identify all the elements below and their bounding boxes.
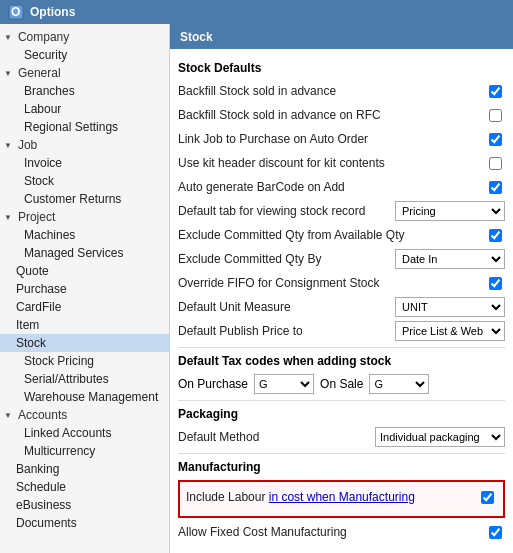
sidebar-item-managed-services[interactable]: Managed Services <box>0 244 169 262</box>
default-tab-dropdown[interactable]: Pricing General Details <box>395 201 505 221</box>
allow-fixed-label: Allow Fixed Cost Manufacturing <box>178 525 485 539</box>
sidebar-item-ebusiness[interactable]: eBusiness <box>0 496 169 514</box>
manufacturing-title: Manufacturing <box>178 460 505 474</box>
include-labour-checkbox-cell <box>477 491 497 504</box>
divider-2 <box>178 400 505 401</box>
default-unit-row: Default Unit Measure UNIT EA KG <box>178 297 505 317</box>
tax-codes-group: On Purchase G E On Sale G E <box>178 374 429 394</box>
exclude-committed-checkbox-cell <box>485 229 505 242</box>
sidebar-item-job-stock[interactable]: Stock <box>0 172 169 190</box>
exclude-committed-by-dropdown[interactable]: Date In Date Out <box>395 249 505 269</box>
default-publish-label: Default Publish Price to <box>178 324 395 338</box>
default-unit-label: Default Unit Measure <box>178 300 395 314</box>
sidebar-item-accounts[interactable]: ▼ Accounts <box>0 406 169 424</box>
kit-header-row: Use kit header discount for kit contents <box>178 153 505 173</box>
auto-barcode-checkbox-cell <box>485 181 505 194</box>
sidebar-item-security[interactable]: Security <box>0 46 169 64</box>
default-tab-row: Default tab for viewing stock record Pri… <box>178 201 505 221</box>
link-job-label: Link Job to Purchase on Auto Order <box>178 132 485 146</box>
sidebar-item-multicurrency[interactable]: Multicurrency <box>0 442 169 460</box>
sidebar-item-quote[interactable]: Quote <box>0 262 169 280</box>
packaging-method-dropdown[interactable]: Individual packaging Bulk packaging <box>375 427 505 447</box>
exclude-committed-checkbox[interactable] <box>489 229 502 242</box>
sidebar: ▼ Company Security ▼ General Branches La… <box>0 24 170 553</box>
auto-barcode-label: Auto generate BarCode on Add <box>178 180 485 194</box>
backfill-sold-label: Backfill Stock sold in advance <box>178 84 485 98</box>
allow-fixed-checkbox-cell <box>485 526 505 539</box>
divider-3 <box>178 453 505 454</box>
on-sale-dropdown[interactable]: G E <box>369 374 429 394</box>
override-fifo-label: Override FIFO for Consignment Stock <box>178 276 485 290</box>
default-unit-dropdown[interactable]: UNIT EA KG <box>395 297 505 317</box>
sidebar-item-customer-returns[interactable]: Customer Returns <box>0 190 169 208</box>
sidebar-item-branches[interactable]: Branches <box>0 82 169 100</box>
override-fifo-checkbox[interactable] <box>489 277 502 290</box>
tax-codes-title: Default Tax codes when adding stock <box>178 354 505 368</box>
backfill-rfc-row: Backfill Stock sold in advance on RFC <box>178 105 505 125</box>
backfill-rfc-label: Backfill Stock sold in advance on RFC <box>178 108 485 122</box>
default-publish-row: Default Publish Price to Price List & We… <box>178 321 505 341</box>
stock-defaults-title: Stock Defaults <box>178 61 505 75</box>
content-header: Stock <box>170 24 513 49</box>
triangle-accounts: ▼ <box>4 411 12 420</box>
on-purchase-label: On Purchase <box>178 377 248 391</box>
auto-barcode-row: Auto generate BarCode on Add <box>178 177 505 197</box>
exclude-committed-row: Exclude Committed Qty from Available Qty <box>178 225 505 245</box>
sidebar-item-schedule[interactable]: Schedule <box>0 478 169 496</box>
link-job-checkbox[interactable] <box>489 133 502 146</box>
backfill-rfc-checkbox[interactable] <box>489 109 502 122</box>
sidebar-item-project[interactable]: ▼ Project <box>0 208 169 226</box>
backfill-rfc-checkbox-cell <box>485 109 505 122</box>
sidebar-item-regional[interactable]: Regional Settings <box>0 118 169 136</box>
content-area: Stock Stock Defaults Backfill Stock sold… <box>170 24 513 553</box>
options-icon: O <box>8 4 24 20</box>
title-bar-text: Options <box>30 5 75 19</box>
packaging-method-row: Default Method Individual packaging Bulk… <box>178 427 505 447</box>
sidebar-item-documents[interactable]: Documents <box>0 514 169 532</box>
sidebar-item-machines[interactable]: Machines <box>0 226 169 244</box>
default-tab-label: Default tab for viewing stock record <box>178 204 395 218</box>
tax-codes-row: On Purchase G E On Sale G E <box>178 374 505 394</box>
auto-barcode-checkbox[interactable] <box>489 181 502 194</box>
sidebar-item-job[interactable]: ▼ Job <box>0 136 169 154</box>
kit-header-checkbox[interactable] <box>489 157 502 170</box>
link-job-checkbox-cell <box>485 133 505 146</box>
backfill-sold-checkbox[interactable] <box>489 85 502 98</box>
triangle-project: ▼ <box>4 213 12 222</box>
backfill-sold-checkbox-cell <box>485 85 505 98</box>
include-labour-row: Include Labour in cost when Manufacturin… <box>186 486 497 508</box>
exclude-committed-by-row: Exclude Committed Qty By Date In Date Ou… <box>178 249 505 269</box>
exclude-committed-label: Exclude Committed Qty from Available Qty <box>178 228 485 242</box>
sidebar-item-item[interactable]: Item <box>0 316 169 334</box>
sidebar-item-linked-accounts[interactable]: Linked Accounts <box>0 424 169 442</box>
sidebar-item-banking[interactable]: Banking <box>0 460 169 478</box>
manufacturing-box: Include Labour in cost when Manufacturin… <box>178 480 505 518</box>
sidebar-item-invoice[interactable]: Invoice <box>0 154 169 172</box>
exclude-committed-by-label: Exclude Committed Qty By <box>178 252 395 266</box>
divider-1 <box>178 347 505 348</box>
allow-fixed-checkbox[interactable] <box>489 526 502 539</box>
include-labour-checkbox[interactable] <box>481 491 494 504</box>
svg-text:O: O <box>11 5 20 19</box>
include-labour-label: Include Labour in cost when Manufacturin… <box>186 490 477 504</box>
sidebar-item-company[interactable]: ▼ Company <box>0 28 169 46</box>
triangle-job: ▼ <box>4 141 12 150</box>
triangle-general: ▼ <box>4 69 12 78</box>
packaging-title: Packaging <box>178 407 505 421</box>
sidebar-item-purchase[interactable]: Purchase <box>0 280 169 298</box>
sidebar-item-cardfile[interactable]: CardFile <box>0 298 169 316</box>
kit-header-label: Use kit header discount for kit contents <box>178 156 485 170</box>
sidebar-item-labour[interactable]: Labour <box>0 100 169 118</box>
link-job-row: Link Job to Purchase on Auto Order <box>178 129 505 149</box>
sidebar-item-stock-pricing[interactable]: Stock Pricing <box>0 352 169 370</box>
default-publish-dropdown[interactable]: Price List & Web Price List Web <box>395 321 505 341</box>
sidebar-item-stock-main[interactable]: Stock <box>0 334 169 352</box>
sidebar-item-serial-attr[interactable]: Serial/Attributes <box>0 370 169 388</box>
triangle-company: ▼ <box>4 33 12 42</box>
on-purchase-dropdown[interactable]: G E <box>254 374 314 394</box>
sidebar-item-general[interactable]: ▼ General <box>0 64 169 82</box>
kit-header-checkbox-cell <box>485 157 505 170</box>
sidebar-item-warehouse[interactable]: Warehouse Management <box>0 388 169 406</box>
allow-fixed-row: Allow Fixed Cost Manufacturing <box>178 522 505 542</box>
packaging-method-label: Default Method <box>178 430 375 444</box>
